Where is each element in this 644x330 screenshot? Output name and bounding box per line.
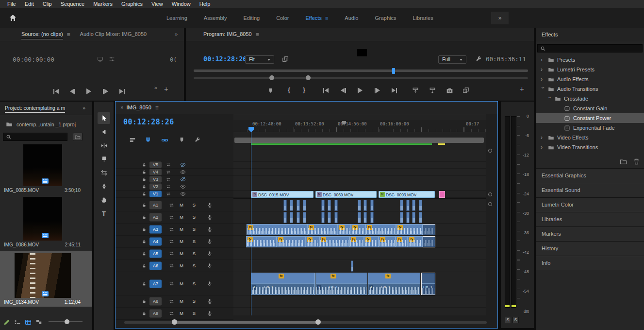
panel-menu-icon[interactable]: ≡ [256, 32, 259, 37]
menu-edit[interactable]: Edit [20, 1, 38, 7]
project-clip-item[interactable]: IMG_0085.MOV 3:50;10 [0, 143, 92, 195]
timeline-audio-clip-small[interactable] [406, 212, 410, 223]
timeline-hscroll-handle[interactable] [175, 321, 318, 324]
track-target-a5[interactable]: A5 [149, 250, 162, 258]
button-editor-plus[interactable]: + [164, 85, 168, 92]
timeline-audio-clip-small[interactable] [334, 200, 338, 211]
mute-button[interactable]: M [179, 203, 184, 208]
workspace-tab-color[interactable]: Color [268, 8, 297, 28]
solo-left-button[interactable]: S [505, 317, 511, 323]
timeline-audio-clip-small[interactable] [358, 200, 361, 211]
timeline-audio-clip[interactable]: fx [396, 236, 408, 247]
timeline-track-area[interactable]: 00:12:48:00 00:13:52:00 00:14:56:00 00:1… [233, 114, 486, 315]
mark-in-button[interactable]: { [288, 87, 290, 93]
toggle-track-output-eye-off-icon[interactable] [180, 162, 186, 168]
play-button[interactable] [86, 87, 91, 96]
zoom-handle-right[interactable] [306, 75, 311, 80]
step-back-button[interactable] [341, 86, 346, 95]
toggle-track-output-eye-icon[interactable] [180, 184, 186, 190]
panel-menu-icon[interactable]: ≡ [67, 32, 70, 37]
sync-lock-icon[interactable] [166, 177, 171, 182]
timeline-video-clip[interactable]: fxDSC_0015.MOV [251, 191, 314, 198]
tab-sequence[interactable]: IMG_8050 [126, 105, 151, 110]
voiceover-mic-icon[interactable] [207, 226, 213, 232]
lock-icon[interactable] [142, 215, 147, 220]
pen-tool[interactable] [98, 180, 110, 192]
go-to-out-button[interactable] [119, 87, 125, 96]
timeline-audio-clip-small[interactable] [303, 212, 306, 223]
track-target-a1[interactable]: A1 [149, 201, 162, 209]
workspace-tab-graphics[interactable]: Graphics [366, 8, 404, 28]
tab-source[interactable]: Source: (no clips) [21, 32, 63, 39]
solo-button[interactable]: S [191, 299, 197, 304]
voiceover-mic-icon[interactable] [207, 202, 213, 208]
lock-icon[interactable] [142, 299, 147, 304]
lock-icon[interactable] [142, 162, 147, 167]
track-target-a2[interactable]: A2 [149, 213, 162, 222]
freeform-view-icon[interactable] [35, 319, 42, 326]
razor-tool[interactable] [98, 153, 110, 165]
voiceover-mic-icon[interactable] [207, 263, 213, 269]
timeline-audio-clip-small[interactable] [328, 200, 331, 211]
search-filter-button[interactable] [73, 133, 83, 141]
timeline-audio-clip-small[interactable] [334, 212, 338, 223]
timeline-audio-clip[interactable]: fx [319, 236, 349, 247]
toggle-track-output-eye-icon[interactable] [180, 191, 186, 197]
toggle-track-output-eye-off-icon[interactable] [180, 176, 186, 182]
icon-view-icon[interactable] [25, 319, 32, 326]
timeline-audio-clip[interactable]: fx [379, 236, 396, 247]
panel-menu-icon[interactable]: ≡ [155, 105, 159, 111]
timeline-audio-clip-small[interactable] [406, 200, 410, 211]
settings-monitor-icon[interactable] [97, 56, 103, 62]
timeline-audio-clip-small[interactable] [363, 200, 367, 211]
track-target-a8[interactable]: A8 [149, 297, 162, 306]
step-forward-button[interactable] [103, 87, 108, 96]
project-clip-item[interactable]: IMG_0086.MOV 2:45;11 [0, 196, 92, 250]
timeline-audio-clip[interactable]: fx [307, 224, 338, 235]
timeline-settings-wrench-icon[interactable] [194, 137, 200, 143]
track-select-forward-tool[interactable] [98, 126, 110, 138]
mute-button[interactable]: M [179, 263, 184, 268]
timeline-audio-clip[interactable]: fx [351, 224, 365, 235]
track-target-a9[interactable]: A9 [149, 310, 162, 318]
timeline-audio-clip[interactable]: fx [349, 236, 364, 247]
slip-tool[interactable] [98, 167, 110, 178]
timeline-audio-clip-small[interactable] [297, 212, 300, 223]
timeline-audio-clip-small[interactable] [297, 200, 300, 211]
solo-button[interactable]: S [191, 227, 197, 232]
project-search-input[interactable] [3, 133, 67, 141]
sync-lock-icon[interactable] [166, 191, 171, 196]
menu-window[interactable]: Window [167, 1, 195, 7]
effect-exponential-fade[interactable]: Exponential Fade [536, 123, 644, 133]
mute-button[interactable]: M [179, 299, 184, 304]
workspace-tab-effects[interactable]: Effects≡ [297, 8, 336, 28]
voiceover-mic-icon[interactable] [207, 214, 213, 220]
effects-bin-video-transitions[interactable]: ›Video Transitions [536, 142, 644, 152]
timeline-audio-clip-small[interactable] [321, 212, 325, 223]
timeline-audio-clip-small[interactable] [283, 212, 287, 223]
menu-markers[interactable]: Markers [89, 1, 117, 7]
hscroll-zoom-knob-left[interactable] [172, 319, 177, 325]
sync-lock-icon[interactable] [169, 311, 174, 316]
solo-button[interactable]: S [191, 251, 197, 256]
sync-lock-icon[interactable] [169, 251, 174, 257]
tab-project[interactable]: Project: contemplating a m [5, 105, 65, 113]
effects-bin-presets[interactable]: ›Presets [536, 55, 644, 65]
workspace-tab-audio[interactable]: Audio [336, 8, 366, 28]
timeline-audio-clip-small[interactable] [412, 200, 415, 211]
program-zoom-scrollbar[interactable] [194, 77, 528, 79]
effects-bin-audio-effects[interactable]: ›Audio Effects [536, 74, 644, 84]
workspace-tab-assembly[interactable]: Assembly [196, 8, 235, 28]
timeline-audio-clip-selected[interactable]: Ch. 1 [421, 273, 435, 295]
time-ruler[interactable]: 00:12:48:00 00:13:52:00 00:14:56:00 00:1… [233, 120, 486, 132]
track-target-a3[interactable]: A3 [149, 226, 162, 234]
timeline-audio-clip-small[interactable] [303, 200, 306, 211]
nest-sequence-icon[interactable] [129, 137, 136, 143]
lock-icon[interactable] [142, 281, 147, 286]
add-marker-icon[interactable] [179, 137, 185, 143]
hand-tool[interactable] [98, 194, 110, 206]
mute-button[interactable]: M [179, 281, 184, 286]
solo-button[interactable]: S [191, 215, 197, 220]
snap-magnet-icon[interactable] [145, 137, 151, 143]
timeline-audio-clip-small[interactable] [283, 200, 287, 211]
